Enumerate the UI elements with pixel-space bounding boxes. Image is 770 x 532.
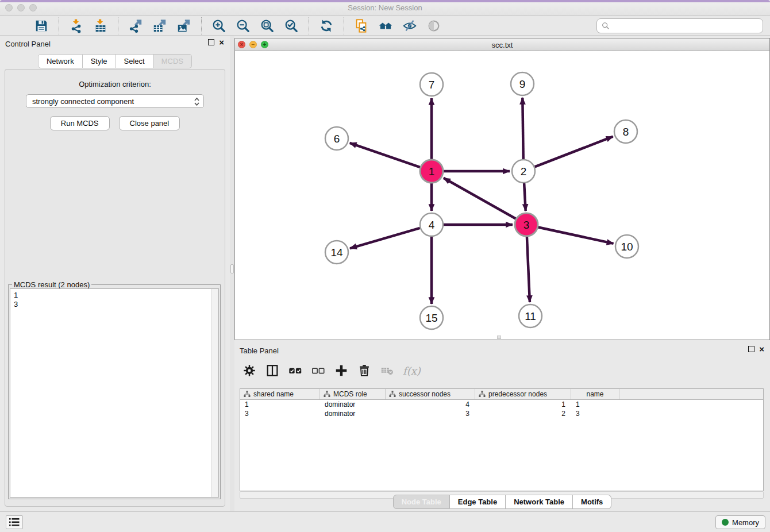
tab-node-table[interactable]: Node Table (393, 495, 450, 509)
table-cell[interactable]: 3 (571, 409, 619, 418)
network-node-10[interactable]: 10 (615, 235, 638, 258)
network-resize-handle[interactable] (497, 336, 501, 339)
table-cell[interactable]: dominator (320, 400, 386, 409)
column-layout-button[interactable] (263, 361, 282, 380)
column-header-name[interactable]: name (571, 389, 619, 399)
table-options-gear-button[interactable] (240, 361, 259, 380)
network-window-titlebar[interactable]: × − + scc.txt (235, 38, 769, 51)
table-cell[interactable]: 4 (386, 400, 475, 409)
network-edge-3-10[interactable] (538, 227, 614, 243)
tab-network-table[interactable]: Network Table (506, 495, 573, 509)
criterion-select[interactable]: strongly connected component (26, 94, 204, 108)
table-cell[interactable]: dominator (320, 409, 386, 418)
apply-layout-button[interactable] (314, 17, 338, 34)
eye-disabled-icon (426, 18, 441, 33)
export-network-button[interactable] (124, 17, 148, 34)
add-column-button[interactable] (332, 361, 351, 380)
network-canvas[interactable]: 7968124314101511 (235, 51, 769, 340)
zoom-in-button[interactable] (207, 17, 231, 34)
network-edge-1-6[interactable] (350, 143, 420, 167)
table-cell[interactable]: 1 (571, 400, 619, 409)
table-cell[interactable]: 1 (475, 400, 571, 409)
trash-icon (357, 363, 372, 378)
tab-edge-table[interactable]: Edge Table (450, 495, 506, 509)
delete-column-button[interactable] (355, 361, 374, 380)
network-node-7[interactable]: 7 (420, 73, 443, 96)
run-mcds-button[interactable]: Run MCDS (50, 116, 110, 130)
control-panel-title: Control Panel (5, 40, 51, 48)
zoom-fit-button[interactable] (255, 17, 279, 34)
network-edge-3-11[interactable] (527, 237, 530, 302)
delete-table-button[interactable] (378, 361, 397, 380)
refresh-icon (319, 18, 334, 33)
column-header-MCDS-role[interactable]: MCDS role (320, 389, 386, 399)
function-builder-button[interactable]: f(x) (401, 365, 421, 377)
show-all-button[interactable] (422, 17, 446, 34)
memory-button[interactable]: Memory (715, 515, 765, 529)
network-node-14[interactable]: 14 (325, 241, 348, 264)
export-image-button[interactable] (172, 17, 196, 34)
sort-tree-icon (244, 391, 251, 398)
table-row[interactable]: 3dominator323 (240, 409, 763, 418)
network-node-15[interactable]: 15 (420, 306, 443, 329)
import-table-button[interactable] (88, 17, 113, 34)
network-node-11[interactable]: 11 (519, 304, 542, 327)
select-all-columns-button[interactable] (286, 361, 305, 380)
network-node-9[interactable]: 9 (511, 72, 534, 95)
column-header-predecessor-nodes[interactable]: predecessor nodes (475, 389, 571, 399)
mcds-result-scrollbar[interactable] (211, 289, 218, 497)
network-node-2[interactable]: 2 (512, 160, 535, 183)
task-history-button[interactable] (6, 515, 23, 529)
tab-mcds[interactable]: MCDS (153, 54, 192, 68)
hide-selected-button[interactable] (398, 17, 422, 34)
network-node-6[interactable]: 6 (325, 127, 348, 150)
network-edge-2-3[interactable] (524, 183, 526, 211)
network-edge-2-8[interactable] (535, 137, 613, 167)
column-label: predecessor nodes (488, 390, 547, 398)
open-session-button[interactable] (5, 17, 29, 34)
duplicate-network-button[interactable] (349, 17, 374, 34)
mcds-result-box[interactable]: 13 (10, 288, 219, 498)
table-panel: Table Panel × (234, 342, 770, 511)
table-cell[interactable]: 3 (240, 409, 320, 418)
network-edge-2-9[interactable] (522, 98, 523, 159)
zoom-out-button[interactable] (231, 17, 255, 34)
svg-text:7: 7 (429, 79, 435, 91)
tab-motifs[interactable]: Motifs (573, 495, 611, 509)
table-cell[interactable]: 1 (240, 400, 320, 409)
network-edge-3-1[interactable] (444, 178, 516, 219)
export-table-button[interactable] (148, 17, 172, 34)
zoom-out-icon (236, 18, 251, 33)
network-node-8[interactable]: 8 (614, 120, 637, 143)
tab-select[interactable]: Select (116, 54, 153, 68)
table-row[interactable]: 1dominator411 (240, 400, 763, 409)
network-node-4[interactable]: 4 (420, 213, 443, 236)
close-table-panel-icon[interactable]: × (759, 346, 764, 352)
svg-text:10: 10 (621, 241, 633, 253)
first-neighbors-button[interactable] (374, 17, 398, 34)
tab-network[interactable]: Network (38, 54, 83, 68)
network-node-3[interactable]: 3 (515, 213, 538, 236)
search-input[interactable] (610, 22, 763, 30)
table-cell[interactable]: 3 (386, 409, 475, 418)
close-panel-icon[interactable]: × (219, 39, 224, 45)
node-table-header: shared nameMCDS rolesuccessor nodesprede… (240, 389, 763, 400)
float-panel-icon[interactable] (208, 39, 214, 45)
deselect-all-columns-button[interactable] (309, 361, 328, 380)
node-table-body: 1dominator4113dominator323 (240, 400, 763, 418)
import-network-button[interactable] (64, 17, 88, 34)
panel-splitter[interactable] (230, 36, 234, 511)
mcds-result-line: 3 (14, 300, 215, 309)
column-header-successor-nodes[interactable]: successor nodes (386, 389, 475, 399)
save-session-button[interactable] (29, 17, 53, 34)
tab-style[interactable]: Style (83, 54, 116, 68)
network-node-1[interactable]: 1 (420, 160, 443, 183)
float-table-panel-icon[interactable] (748, 346, 754, 352)
close-panel-button[interactable]: Close panel (119, 116, 180, 130)
splitter-handle[interactable] (230, 264, 234, 273)
network-edge-4-14[interactable] (350, 228, 420, 248)
export-image-icon (176, 18, 191, 33)
table-cell[interactable]: 2 (475, 409, 571, 418)
column-header-shared-name[interactable]: shared name (240, 389, 320, 399)
zoom-selected-button[interactable] (279, 17, 303, 34)
